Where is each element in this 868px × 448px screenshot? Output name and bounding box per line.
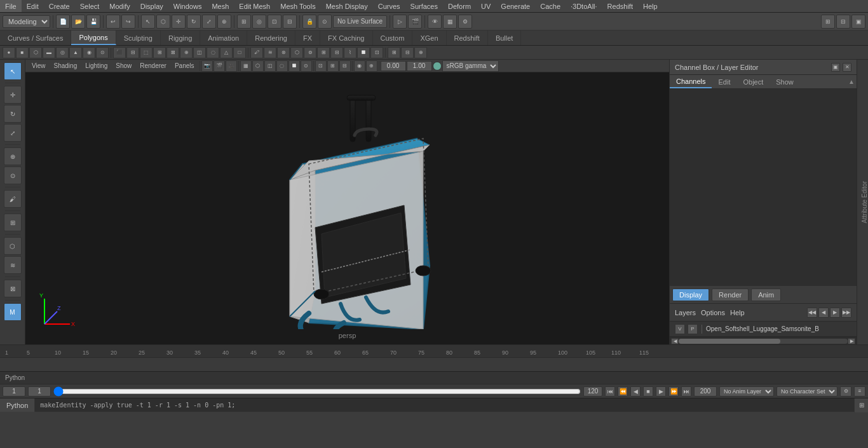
vp-renderer-menu[interactable]: Renderer [136, 60, 170, 72]
menu-mesh-tools[interactable]: Mesh Tools [275, 0, 320, 12]
align-btn[interactable]: ⊟ [401, 47, 414, 58]
select-tool-btn[interactable]: ↖ [4, 62, 22, 80]
triangulate-btn[interactable]: △ [220, 47, 233, 58]
vp-smooth-btn[interactable]: ◌ [276, 60, 288, 72]
timeline-ruler[interactable]: 1 5 10 15 20 25 30 35 40 45 50 55 60 65 … [0, 345, 868, 358]
step-fwd-btn[interactable]: ⏩ [668, 386, 679, 397]
cluster-btn[interactable]: ⊚ [304, 47, 316, 58]
scale-btn[interactable]: ⤢ [202, 15, 216, 29]
dt-btn-display[interactable]: Display [672, 288, 709, 301]
vp-gamma-icon[interactable] [433, 62, 442, 71]
uvset-btn[interactable]: ⊡ [370, 47, 383, 58]
vp-gate-btn[interactable]: ⊕ [366, 60, 377, 72]
undo-btn[interactable]: ↩ [106, 15, 120, 29]
renderview-btn[interactable]: 🎬 [408, 15, 422, 29]
fill-hole-btn[interactable]: ⬚ [140, 47, 153, 58]
poly-disk-btn[interactable]: ◉ [83, 47, 95, 58]
bridge-btn[interactable]: ⊟ [126, 47, 139, 58]
vp-cam2-btn[interactable]: 🎥 [226, 60, 237, 72]
jump-end-btn[interactable]: ⏭ [681, 386, 691, 397]
win-controls2-btn[interactable]: ⊟ [836, 15, 850, 29]
texture-btn[interactable]: 🔲 [357, 47, 370, 58]
menu-3dtall[interactable]: ·3DtoAll· [566, 0, 602, 12]
poly-cone-btn[interactable]: ▲ [69, 47, 82, 58]
poly-cylinder-btn[interactable]: ⬡ [29, 47, 42, 58]
open-file-btn[interactable]: 📂 [71, 15, 85, 29]
python-icon[interactable]: ⊞ [854, 398, 868, 412]
tab-xgen[interactable]: XGen [412, 31, 446, 45]
menu-curves[interactable]: Curves [373, 0, 405, 12]
dt-btn-render[interactable]: Render [712, 288, 749, 301]
ch-tab-channels[interactable]: Channels [670, 75, 712, 88]
menu-windows[interactable]: Windows [168, 0, 207, 12]
anim-layer-select[interactable]: No Anim Layer [719, 386, 774, 397]
poly-cube-btn[interactable]: ■ [16, 47, 29, 58]
boolean-btn[interactable]: ⊕ [180, 47, 193, 58]
prefs-btn[interactable]: ≡ [854, 386, 865, 397]
poly-pipe-btn[interactable]: ⊙ [96, 47, 109, 58]
snap-tool-btn[interactable]: ⊕ [4, 147, 22, 165]
menu-surfaces[interactable]: Surfaces [405, 0, 443, 12]
vp-gamma-select[interactable]: sRGB gamma [442, 60, 499, 72]
move-btn[interactable]: ✛ [172, 15, 186, 29]
layer-item[interactable]: V P Open_Softshell_Luggage_Samsonite_B [670, 322, 857, 337]
vp-isolate-btn[interactable]: ⊡ [315, 60, 327, 72]
menu-help[interactable]: Help [638, 0, 663, 12]
vp-texture-btn[interactable]: 🔲 [288, 60, 300, 72]
frame-left-input[interactable] [3, 386, 25, 397]
vp-grid-btn[interactable]: ▦ [240, 60, 252, 72]
poly-sphere-btn[interactable]: ● [3, 47, 15, 58]
layer-add-btn[interactable]: ◀◀ [807, 308, 817, 318]
max-range-input[interactable] [694, 386, 717, 397]
menu-create[interactable]: Create [44, 0, 75, 12]
step-back-btn[interactable]: ⏪ [618, 386, 628, 397]
combine-btn[interactable]: ⊞ [153, 47, 166, 58]
quick-sel-btn[interactable]: ⊠ [4, 280, 22, 297]
universal-manip-btn[interactable]: ⊕ [217, 15, 231, 29]
tab-rigging[interactable]: Rigging [161, 31, 200, 45]
tab-custom[interactable]: Custom [373, 31, 413, 45]
mirror-btn[interactable]: ◫ [193, 47, 206, 58]
menu-cache[interactable]: Cache [535, 0, 566, 12]
menu-modify[interactable]: Modify [104, 0, 135, 12]
vp-panels-menu[interactable]: Panels [171, 60, 198, 72]
tab-sculpting[interactable]: Sculpting [116, 31, 161, 45]
param-btn[interactable]: ⚙ [458, 15, 472, 29]
live-surface-btn[interactable]: 🔒 [302, 15, 316, 29]
dt-btn-anim[interactable]: Anim [751, 288, 781, 301]
menu-select[interactable]: Select [75, 0, 105, 12]
paint-btn[interactable]: 🖊 [250, 47, 263, 58]
show-manip-btn[interactable]: ⊞ [4, 214, 22, 231]
nonlinear-btn[interactable]: ⌇ [344, 47, 356, 58]
vp-scale-input[interactable] [407, 61, 432, 71]
vp-view-menu[interactable]: View [28, 60, 50, 72]
lasso-btn[interactable]: ⬡ [156, 15, 170, 29]
vp-camera-btn[interactable]: 📷 [201, 60, 213, 72]
vp-rotation-input[interactable] [381, 61, 406, 71]
layer-prev-btn[interactable]: ◀ [818, 308, 829, 318]
range-end-input[interactable] [583, 386, 602, 397]
win-controls-btn[interactable]: ⊞ [821, 15, 835, 29]
sculpt-lt-btn[interactable]: ≋ [4, 256, 22, 274]
play-back-btn[interactable]: ◀ [630, 386, 641, 397]
tab-fx[interactable]: FX [295, 31, 320, 45]
scroll-left-btn[interactable]: ◀ [671, 338, 679, 344]
vp-film-btn[interactable]: 🎬 [214, 60, 225, 72]
maya-icon-btn[interactable]: M [4, 303, 22, 321]
ch-tab-show[interactable]: Show [770, 75, 800, 88]
select-mode-btn[interactable]: ↖ [141, 15, 155, 29]
right-scroll[interactable]: ◀ ▶ [670, 337, 857, 344]
layer-visible-btn[interactable]: V [675, 324, 685, 334]
play-fwd-btn[interactable]: ▶ [656, 386, 666, 397]
menu-redshift[interactable]: Redshift [602, 0, 638, 12]
frame-right-input[interactable] [28, 386, 51, 397]
scroll-bar[interactable] [679, 339, 848, 344]
quadrangulate-btn[interactable]: □ [233, 47, 246, 58]
vp-poly-btn[interactable]: ⬡ [252, 60, 264, 72]
menu-edit-mesh[interactable]: Edit Mesh [234, 0, 275, 12]
snap-curve-btn[interactable]: ◎ [252, 15, 266, 29]
show-hide-btn[interactable]: 👁 [428, 15, 442, 29]
tab-animation[interactable]: Animation [200, 31, 247, 45]
workspace-select[interactable]: Modeling [3, 15, 50, 28]
menu-deform[interactable]: Deform [443, 0, 476, 12]
